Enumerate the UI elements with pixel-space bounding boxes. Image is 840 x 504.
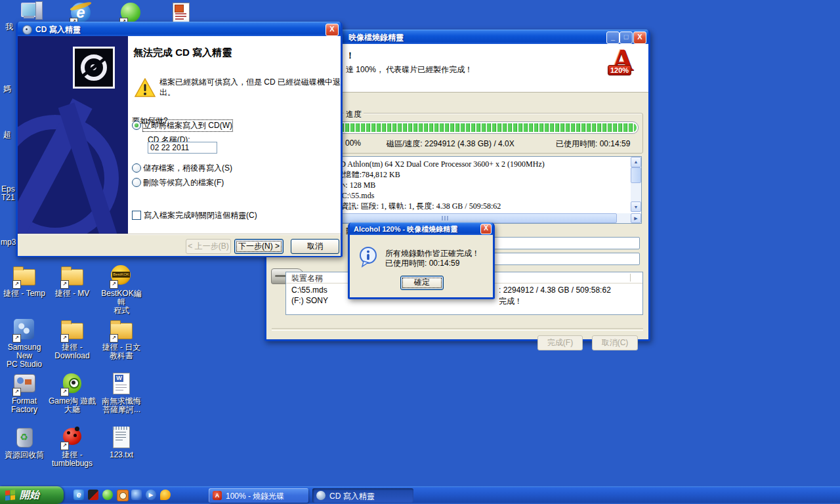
desktop-icon-mv[interactable]: ↗ 捷徑 - MV: [49, 264, 96, 298]
start-button[interactable]: 開始: [0, 486, 64, 504]
finish-button[interactable]: 完成(F): [537, 335, 583, 350]
wizard-button-strip: < 上一步(B) 下一步(N) > 取消: [18, 234, 341, 256]
divider: [272, 328, 643, 331]
quicklaunch-media-player-icon[interactable]: ▶: [146, 490, 156, 500]
device-row-source[interactable]: C:\55.mds: [291, 285, 327, 295]
radio-button-icon[interactable]: [132, 178, 141, 187]
icon-label: 捷徑 - MV: [49, 289, 96, 298]
my-computer-icon: [20, 0, 43, 24]
warning-icon: [135, 78, 156, 98]
scroll-up-icon[interactable]: ▲: [631, 157, 641, 167]
quicklaunch-alcohol-120-icon[interactable]: [88, 490, 98, 500]
shortcut-arrow-icon: ↗: [60, 280, 69, 289]
hidden-icon-label-fragment: Eps: [1, 184, 15, 194]
desktop-icon-word-doc[interactable]: W 南無求懺悔 菩薩摩訶...: [98, 371, 145, 414]
wizard-watermark-panel: [18, 36, 128, 234]
device-row-drive-status: 完成！: [499, 296, 522, 307]
scroll-down-icon[interactable]: ▼: [631, 201, 641, 212]
icon-label: 捷徑 - 日文 教科書: [98, 343, 145, 360]
header-title-fragment: ！: [346, 50, 354, 62]
icon-label: 123.txt: [98, 451, 145, 459]
desktop-icon-my-computer[interactable]: [8, 0, 55, 24]
checkbox-icon[interactable]: [132, 211, 141, 220]
shortcut-arrow-icon: ↗: [110, 280, 118, 289]
desktop-icon-123-txt[interactable]: 123.txt: [98, 425, 145, 459]
icon-label: Game淘 遊戲 大廳: [49, 397, 96, 414]
alcohol-120-logo-icon: A 120%: [606, 45, 644, 86]
shortcut-arrow-icon: ↗: [12, 388, 21, 396]
cd-write-icon: [22, 24, 32, 34]
desktop: e ↗ ↗ 我 媽 超 Eps T21 mp3 ↗ 捷徑 - Temp ↗ 捷徑…: [0, 0, 840, 504]
folder-icon: ↗: [60, 264, 84, 287]
icon-label: 捷徑 - tumblebugs: [49, 451, 96, 468]
scroll-right-icon[interactable]: ▶: [631, 213, 641, 223]
radio-button-icon[interactable]: [132, 163, 141, 173]
folder-icon: ↗: [12, 264, 36, 287]
quicklaunch-messenger-icon[interactable]: [131, 490, 142, 500]
device-row-drive[interactable]: (F:) SONY: [291, 296, 328, 305]
cd-emblem-icon: [73, 47, 115, 89]
desktop-icon-tumblebugs[interactable]: ↗ 捷徑 - tumblebugs: [49, 425, 96, 468]
shortcut-arrow-icon: ↗: [12, 334, 21, 343]
gametao-icon: ↗: [60, 371, 84, 395]
window-title: CD 寫入精靈: [35, 24, 81, 35]
desktop-icon-download[interactable]: ↗ 捷徑 - Download: [49, 318, 96, 360]
device-row-source-detail: : 2294912 / 4.38 GB / 509:58:62: [499, 285, 611, 295]
shortcut-arrow-icon: ↗: [12, 280, 21, 289]
radio-button-icon[interactable]: [132, 121, 141, 130]
shortcut-arrow-icon: ↗: [60, 334, 69, 343]
notepad-file-icon: [110, 425, 133, 449]
close-button[interactable]: X: [633, 32, 646, 44]
icon-label: 南無求懺悔 菩薩摩訶...: [98, 397, 145, 414]
desktop-icon-temp[interactable]: ↗ 捷徑 - Temp: [1, 264, 48, 298]
window-title: Alcohol 120% - 映像檔燒錄精靈: [354, 224, 457, 234]
taskbar: 開始 e ▶ A 100% - 燒錄光碟 CD 寫入精靈 CH ! ✓ ATI …: [0, 486, 840, 504]
alcohol-message-box: Alcohol 120% - 映像檔燒錄精靈 X 所有燒錄動作皆正確完成！ 已使…: [348, 222, 495, 299]
vertical-scrollbar[interactable]: ▲ ▼: [631, 157, 641, 212]
start-label: 開始: [20, 489, 39, 501]
desktop-icon-recycle-bin[interactable]: ♻ 資源回收筒: [1, 425, 48, 459]
desktop-icon-japanese-textbook[interactable]: ↗ 捷徑 - 日文 教科書: [98, 318, 145, 360]
quicklaunch-internet-explorer-icon[interactable]: e: [74, 490, 84, 500]
messagebox-titlebar[interactable]: Alcohol 120% - 映像檔燒錄精靈 X: [350, 222, 493, 235]
desktop-icon-samsung-pc-studio[interactable]: ↗ Samsung New PC Studio: [1, 318, 48, 369]
warning-text: 檔案已經就緒可供寫入，但是 CD 已經從磁碟機中退出。: [159, 77, 345, 98]
next-button[interactable]: 下一步(N) >: [234, 239, 284, 254]
cd-wizard-titlebar[interactable]: CD 寫入精靈 X: [18, 22, 341, 36]
cancel-button[interactable]: 取消: [291, 239, 339, 254]
cancel-button[interactable]: 取消(C): [592, 335, 638, 350]
back-button[interactable]: < 上一步(B): [186, 239, 231, 254]
icon-label: BestKOK編輯 程式: [98, 289, 145, 315]
taskbutton-label: 100% - 燒錄光碟: [226, 491, 284, 502]
word-document-icon: W: [110, 371, 133, 395]
hidden-icon-label-fragment: 我: [5, 22, 13, 33]
wizard-heading: 無法完成 CD 寫入精靈: [133, 47, 232, 59]
taskbutton-alcohol-burning[interactable]: A 100% - 燒錄光碟: [209, 488, 308, 503]
radio-label[interactable]: 刪除等候寫入的檔案(F): [143, 177, 224, 188]
quicklaunch-foxy-icon[interactable]: [160, 490, 171, 500]
quicklaunch-clock-icon[interactable]: [117, 490, 129, 501]
ok-button[interactable]: 確定: [400, 276, 444, 290]
ladybug-icon: ↗: [60, 425, 84, 449]
icon-label: 捷徑 - Temp: [1, 289, 48, 298]
hidden-icon-label-fragment: T21: [1, 193, 15, 202]
message-line-2: 已使用時間: 00:14:59: [385, 258, 459, 269]
radio-label[interactable]: 儲存檔案，稍後再寫入(S): [143, 163, 232, 174]
window-title: 映像檔燒錄精靈: [348, 32, 404, 43]
bestkok-icon: BestKOK ↗: [110, 264, 133, 287]
sector-speed-text: 磁區/速度: 2294912 (4.38 GB) / 4.0X: [387, 138, 514, 150]
cd-name-input[interactable]: [148, 142, 217, 154]
desktop-icon-bestkok[interactable]: BestKOK ↗ BestKOK編輯 程式: [98, 264, 145, 315]
close-button[interactable]: X: [326, 24, 339, 36]
checkbox-label[interactable]: 寫入檔案完成時關閉這個精靈(C): [144, 210, 257, 221]
quicklaunch-pps-icon[interactable]: [102, 490, 113, 500]
close-button[interactable]: X: [480, 224, 492, 234]
vertical-scroll-thumb[interactable]: [631, 167, 641, 183]
cd-writing-wizard-dialog: CD 寫入精靈 X 無法完成 CD 寫入精靈: [16, 22, 343, 257]
icon-label: Samsung New PC Studio: [1, 343, 48, 369]
progress-percent: 00%: [345, 138, 361, 148]
radio-label[interactable]: 立即將檔案寫入到 CD(W): [143, 120, 232, 131]
desktop-icon-gametao[interactable]: ↗ Game淘 遊戲 大廳: [49, 371, 96, 414]
desktop-icon-format-factory[interactable]: ↗ Format Factory: [1, 371, 48, 414]
taskbutton-cd-wizard[interactable]: CD 寫入精靈: [312, 488, 413, 503]
